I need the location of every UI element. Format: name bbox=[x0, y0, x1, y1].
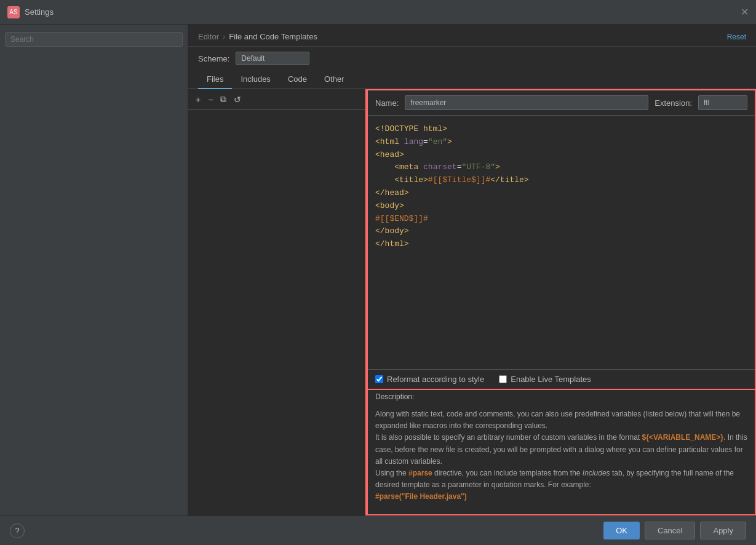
bottom-bar: ? OK Cancel Apply bbox=[0, 515, 756, 545]
extension-input[interactable] bbox=[698, 95, 747, 110]
tabs-bar: Files Includes Code Other bbox=[188, 70, 756, 89]
scheme-select[interactable]: Default Project bbox=[236, 52, 309, 65]
file-list-toolbar: + − ⧉ ↺ bbox=[188, 89, 365, 110]
name-label: Name: bbox=[375, 98, 399, 108]
tab-files[interactable]: Files bbox=[198, 70, 232, 89]
tab-other[interactable]: Other bbox=[316, 70, 353, 89]
search-input[interactable] bbox=[5, 32, 183, 47]
description-section: Description: Along with static text, cod… bbox=[368, 389, 755, 514]
live-templates-label: Enable Live Templates bbox=[511, 375, 591, 384]
reformat-checkbox[interactable] bbox=[375, 375, 383, 383]
live-templates-checkbox-label[interactable]: Enable Live Templates bbox=[499, 375, 591, 384]
ok-button[interactable]: OK bbox=[603, 522, 640, 539]
remove-template-button[interactable]: − bbox=[205, 93, 215, 106]
sidebar bbox=[0, 25, 188, 515]
search-box[interactable] bbox=[5, 32, 183, 47]
content-area: Editor › File and Code Templates Reset S… bbox=[188, 25, 756, 515]
file-list bbox=[188, 110, 365, 515]
name-input[interactable] bbox=[405, 95, 648, 110]
breadcrumb-separator: › bbox=[223, 32, 225, 41]
titlebar: AS Settings ✕ bbox=[0, 0, 756, 25]
cancel-button[interactable]: Cancel bbox=[645, 522, 695, 539]
reformat-label: Reformat according to style bbox=[387, 375, 484, 384]
reformat-checkbox-label[interactable]: Reformat according to style bbox=[375, 375, 484, 384]
breadcrumb: Editor › File and Code Templates bbox=[198, 32, 317, 41]
checkboxes-row: Reformat according to style Enable Live … bbox=[368, 369, 755, 389]
apply-button[interactable]: Apply bbox=[700, 522, 746, 539]
content-header: Editor › File and Code Templates Reset bbox=[188, 25, 756, 47]
window-title: Settings bbox=[25, 7, 54, 17]
live-templates-checkbox[interactable] bbox=[499, 375, 507, 383]
tab-code[interactable]: Code bbox=[279, 70, 316, 89]
copy-template-button[interactable]: ⧉ bbox=[218, 93, 229, 106]
right-panel: Name: Extension: <!DOCTYPE html> <html l… bbox=[367, 89, 756, 515]
main-layout: Editor › File and Code Templates Reset S… bbox=[0, 25, 756, 515]
help-button[interactable]: ? bbox=[10, 523, 25, 538]
scheme-label: Scheme: bbox=[198, 54, 229, 63]
extension-label: Extension: bbox=[655, 98, 692, 108]
app-icon: AS bbox=[7, 6, 20, 18]
tab-includes[interactable]: Includes bbox=[232, 70, 279, 89]
description-text: Along with static text, code and comment… bbox=[368, 404, 755, 514]
breadcrumb-current: File and Code Templates bbox=[229, 32, 317, 41]
close-icon[interactable]: ✕ bbox=[741, 6, 749, 18]
reset-button[interactable]: Reset bbox=[727, 33, 746, 41]
scheme-row: Scheme: Default Project bbox=[188, 47, 756, 70]
add-template-button[interactable]: + bbox=[193, 93, 203, 106]
split-pane: + − ⧉ ↺ Name: Extension: <!DOCTYPE html>… bbox=[188, 89, 756, 515]
file-list-panel: + − ⧉ ↺ bbox=[188, 89, 367, 515]
reset-template-button[interactable]: ↺ bbox=[231, 93, 244, 106]
name-extension-row: Name: Extension: bbox=[368, 90, 755, 116]
code-editor[interactable]: <!DOCTYPE html> <html lang="en"> <head> … bbox=[368, 116, 755, 369]
action-buttons: OK Cancel Apply bbox=[603, 522, 746, 539]
breadcrumb-parent: Editor bbox=[198, 32, 219, 41]
description-label: Description: bbox=[368, 390, 755, 404]
